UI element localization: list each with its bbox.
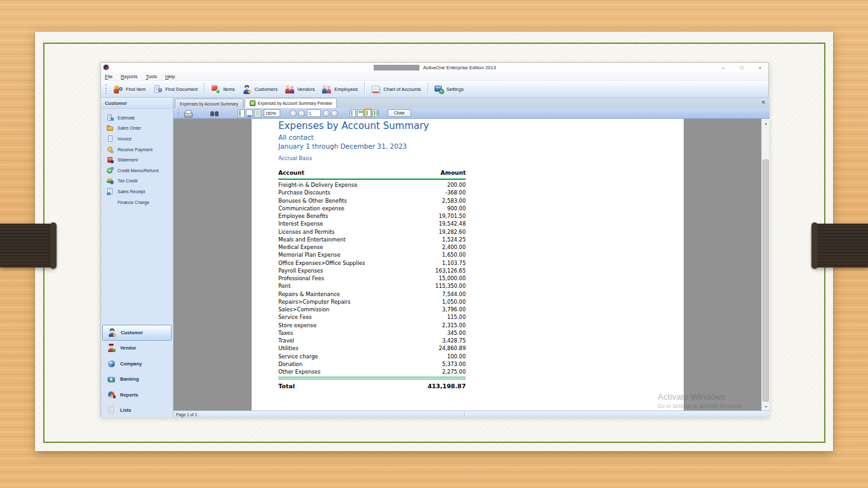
sidebar-item-finance-charge[interactable]: Finance Charge bbox=[101, 197, 173, 208]
lists-nav-icon bbox=[107, 406, 116, 414]
nav-company[interactable]: Company bbox=[102, 356, 172, 372]
table-row: Meals and Entertainment1,524.25 bbox=[278, 236, 466, 243]
nav-item-label: Vendor bbox=[120, 345, 136, 351]
sidebar-item-statement[interactable]: Statement bbox=[101, 154, 173, 165]
row-amount: 1,650.00 bbox=[442, 251, 466, 259]
sidebar-item-invoice[interactable]: Invoice bbox=[101, 133, 173, 144]
last-page-button[interactable] bbox=[331, 110, 338, 117]
row-account: Memorial Plan Expense bbox=[278, 251, 341, 259]
view-mode-group bbox=[349, 109, 379, 117]
row-account: Sales>Commission bbox=[278, 306, 329, 313]
scroll-down-icon[interactable]: ▼ bbox=[762, 402, 770, 410]
total-divider bbox=[278, 377, 466, 379]
table-row: Licenses and Permits19,282.60 bbox=[278, 228, 466, 236]
toolbar-vendors-button[interactable]: Vendors bbox=[281, 83, 319, 95]
table-row: Rent115,350.00 bbox=[278, 282, 466, 290]
sidebar-item-estimate[interactable]: Estimate bbox=[101, 112, 173, 123]
report-table: Account Amount Freight-in & Delivery Exp… bbox=[278, 170, 466, 390]
sidebar-item-sales-receipt[interactable]: Sales Receipt bbox=[101, 186, 173, 197]
nav-item-label: Customer bbox=[121, 330, 143, 336]
row-amount: -368.00 bbox=[445, 189, 466, 196]
row-account: Bonuses & Other Benefits bbox=[278, 197, 347, 205]
tax-credit-icon bbox=[107, 177, 114, 184]
total-label: Total bbox=[278, 383, 295, 390]
toolbar-button-label: Settings bbox=[447, 86, 464, 92]
toolbar-button-label: Find Item bbox=[126, 86, 146, 92]
row-account: Freight-in & Delivery Expense bbox=[278, 181, 357, 189]
toolbar-settings-button[interactable]: Settings bbox=[431, 83, 468, 95]
table-row: Other Expenses2,275.00 bbox=[278, 368, 466, 376]
table-row: Travel3,428.75 bbox=[278, 337, 466, 344]
row-account: Service charge bbox=[278, 353, 318, 360]
previous-page-button[interactable] bbox=[298, 110, 305, 117]
toolbar-chart-of-accounts-button[interactable]: Chart of Accounts bbox=[367, 83, 424, 95]
tab-expenses-by-account-summary-preview[interactable]: H Expenses by Account Summary Preview bbox=[245, 98, 337, 108]
row-amount: 5,373.00 bbox=[442, 360, 466, 368]
toolbar-items-button[interactable]: Items bbox=[207, 83, 238, 95]
nav-vendor[interactable]: Vendor bbox=[102, 341, 172, 356]
page-nav-group: 1 bbox=[289, 109, 339, 117]
whole-page-zoom-icon[interactable] bbox=[254, 109, 261, 118]
status-bar: Page 1 of 1 bbox=[173, 410, 770, 417]
menu-file[interactable]: File bbox=[105, 74, 112, 79]
row-amount: 2,400.00 bbox=[442, 243, 466, 251]
vertical-scrollbar[interactable]: ▲ ▼ bbox=[761, 119, 770, 410]
scrollbar-thumb[interactable] bbox=[763, 159, 769, 402]
app-window: ActiveOne Enterprise Edition 2013 – □ × … bbox=[100, 62, 769, 417]
nav-item-label: Lists bbox=[120, 407, 132, 413]
minimize-icon[interactable]: – bbox=[720, 63, 726, 72]
nav-reports[interactable]: Reports bbox=[102, 387, 172, 403]
maximize-icon[interactable]: □ bbox=[738, 63, 745, 72]
first-page-button[interactable] bbox=[290, 110, 297, 117]
row-amount: 15,000.00 bbox=[438, 274, 466, 282]
scroll-up-icon[interactable]: ▲ bbox=[762, 119, 770, 127]
toolbar-button-label: Find Document bbox=[165, 86, 198, 92]
text-width-zoom-icon[interactable] bbox=[246, 109, 253, 118]
nav-banking[interactable]: Banking bbox=[102, 372, 172, 388]
toolbar-customers-button[interactable]: Customers bbox=[238, 83, 281, 95]
sidebar: Customer EstimateSales OrderInvoiceRecei… bbox=[101, 98, 173, 417]
toolbar-find-document-button[interactable]: Find Document bbox=[149, 83, 201, 95]
sidebar-item-label: Finance Charge bbox=[118, 200, 149, 205]
sidebar-item-label: Invoice bbox=[118, 137, 132, 141]
multi-page-view-icon[interactable] bbox=[357, 109, 363, 117]
sidebar-item-credit-memo-refund[interactable]: Credit Memo/Refund bbox=[101, 165, 173, 176]
nav-customer[interactable]: Customer bbox=[102, 325, 172, 341]
print-icon[interactable] bbox=[184, 109, 193, 118]
sidebar-item-tax-credit[interactable]: Tax Credit bbox=[101, 176, 173, 187]
page-width-zoom-icon[interactable] bbox=[238, 109, 245, 118]
table-row: Medical Expense2,400.00 bbox=[278, 243, 466, 251]
zoom-level-input[interactable]: 150% bbox=[264, 109, 280, 117]
row-account: Communication expense bbox=[278, 205, 344, 212]
tab-expenses-by-account-summary[interactable]: Expenses by Account Summary bbox=[175, 98, 243, 108]
sidebar-item-receive-payment[interactable]: Receive Payment bbox=[101, 144, 173, 155]
single-page-view-icon[interactable] bbox=[349, 109, 356, 117]
total-row: Total 413,198.87 bbox=[278, 383, 466, 390]
facing-pages-view-icon[interactable] bbox=[372, 109, 379, 117]
toolbar-find-item-button[interactable]: Find Item bbox=[110, 83, 149, 95]
row-amount: 24,860.89 bbox=[438, 344, 466, 352]
sidebar-item-label: Statement bbox=[118, 158, 138, 162]
close-icon[interactable]: × bbox=[757, 63, 763, 72]
page-number-input[interactable]: 1 bbox=[307, 109, 321, 117]
banking-nav-icon bbox=[107, 375, 116, 383]
window-title: ActiveOne Enterprise Edition 2013 bbox=[423, 65, 496, 71]
find-binoculars-icon[interactable] bbox=[210, 109, 219, 118]
continuous-view-icon[interactable] bbox=[365, 109, 371, 117]
next-page-button[interactable] bbox=[323, 110, 330, 117]
row-amount: 163,126.65 bbox=[435, 267, 466, 274]
tab-close-icon[interactable]: × bbox=[762, 99, 765, 105]
nav-lists[interactable]: Lists bbox=[102, 403, 172, 419]
menu-help[interactable]: Help bbox=[165, 74, 175, 79]
row-account: Repairs & Maintenance bbox=[278, 290, 340, 298]
table-row: Payroll Expenses163,126.65 bbox=[278, 267, 466, 274]
sidebar-item-sales-order[interactable]: Sales Order bbox=[101, 123, 173, 134]
table-row: Freight-in & Delivery Expense200.00 bbox=[278, 181, 466, 189]
preview-close-button[interactable]: Close bbox=[388, 109, 411, 118]
row-amount: 2,315.00 bbox=[442, 322, 466, 329]
toolbar-employees-button[interactable]: Employees bbox=[318, 83, 362, 95]
toolbar-button-label: Items bbox=[223, 86, 234, 92]
menu-tools[interactable]: Tools bbox=[146, 74, 157, 79]
title-bar: ActiveOne Enterprise Edition 2013 – □ × bbox=[101, 63, 768, 72]
menu-reports[interactable]: Reports bbox=[121, 74, 137, 79]
